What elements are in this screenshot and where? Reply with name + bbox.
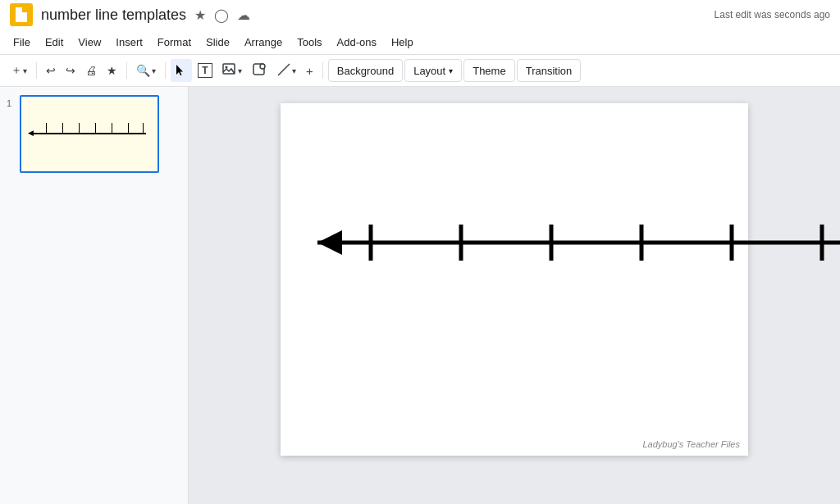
text-box-button[interactable]: T (194, 59, 217, 82)
menu-format[interactable]: Format (151, 34, 198, 51)
layout-button[interactable]: Layout ▾ (404, 59, 462, 82)
print-icon: 🖨 (85, 64, 97, 77)
thumb-tick-5 (112, 123, 112, 134)
thumb-tick-3 (79, 123, 80, 134)
menu-file[interactable]: File (7, 34, 37, 51)
star-icon[interactable]: ★ (194, 7, 206, 23)
undo-button[interactable]: ↩ (42, 59, 60, 82)
print-button[interactable]: 🖨 (81, 59, 101, 82)
comment-button[interactable]: + (302, 59, 317, 82)
svg-point-4 (260, 64, 265, 69)
redo-icon: ↪ (66, 64, 75, 77)
title-bar: number line templates ★ ◯ ☁ Last edit wa… (0, 0, 840, 30)
menu-insert[interactable]: Insert (109, 34, 149, 51)
watermark: Ladybug's Teacher Files (643, 439, 741, 449)
toolbar-divider-3 (165, 62, 166, 79)
undo-icon: ↩ (46, 64, 56, 77)
paint-format-button[interactable]: ★ (103, 59, 121, 82)
menu-tools[interactable]: Tools (290, 34, 328, 51)
slide-number-1: 1 (7, 98, 15, 108)
left-arrow (317, 230, 342, 255)
slide-item-1[interactable]: 1 ◀ (7, 95, 181, 173)
select-tool-button[interactable] (171, 59, 192, 82)
document-title[interactable]: number line templates (41, 7, 186, 24)
menu-addons[interactable]: Add-ons (331, 34, 383, 51)
drive-icon[interactable]: ◯ (214, 7, 229, 23)
slide-thumbnail-1[interactable]: ◀ (20, 95, 159, 173)
layout-chevron: ▾ (449, 66, 453, 75)
transition-button[interactable]: Transition (517, 59, 582, 82)
line-button[interactable]: ▾ (272, 59, 300, 82)
image-button[interactable]: ▾ (218, 59, 246, 82)
thumb-line (33, 133, 146, 134)
toolbar: ＋ ▾ ↩ ↪ 🖨 ★ 🔍 ▾ T (0, 54, 840, 87)
svg-line-5 (278, 64, 290, 75)
menu-view[interactable]: View (71, 34, 107, 51)
toolbar-divider-1 (36, 62, 37, 79)
svg-marker-0 (176, 65, 183, 75)
image-icon (222, 63, 237, 79)
thumb-tick-6 (128, 123, 129, 134)
add-icon: ＋ (11, 63, 22, 78)
cursor-icon (175, 64, 188, 77)
shape-icon (252, 62, 267, 79)
text-box-icon: T (198, 63, 212, 78)
zoom-chevron: ▾ (152, 66, 156, 75)
menu-edit[interactable]: Edit (39, 34, 70, 51)
toolbar-divider-4 (322, 62, 323, 79)
add-chevron: ▾ (23, 66, 27, 75)
thumb-tick-7 (143, 123, 144, 134)
theme-button[interactable]: Theme (463, 59, 514, 82)
comment-icon: + (306, 64, 313, 78)
thumb-tick-4 (95, 123, 96, 134)
slide-panel: 1 ◀ (0, 87, 189, 504)
image-chevron: ▾ (238, 66, 242, 75)
number-line-svg (272, 210, 840, 275)
paint-format-icon: ★ (107, 64, 117, 77)
slide-canvas[interactable]: Ladybug's Teacher Files (281, 103, 748, 456)
toolbar-divider-2 (126, 62, 127, 79)
menu-help[interactable]: Help (385, 34, 420, 51)
menu-slide[interactable]: Slide (199, 34, 236, 51)
cloud-icon[interactable]: ☁ (237, 7, 250, 23)
shape-button[interactable] (248, 59, 271, 82)
line-chevron: ▾ (292, 66, 296, 75)
line-icon (276, 62, 291, 79)
add-button[interactable]: ＋ ▾ (7, 59, 31, 82)
redo-button[interactable]: ↪ (62, 59, 80, 82)
app-logo-inner (16, 7, 27, 22)
thumb-tick-2 (62, 123, 63, 134)
layout-label: Layout (413, 65, 445, 77)
menu-bar: File Edit View Insert Format Slide Arran… (0, 30, 840, 54)
app-logo (10, 3, 33, 26)
thumb-arrow: ◀ (28, 129, 34, 137)
zoom-button[interactable]: 🔍 ▾ (132, 59, 160, 82)
menu-arrange[interactable]: Arrange (238, 34, 289, 51)
main-area: 1 ◀ (0, 87, 840, 504)
thumb-tick-1 (46, 123, 47, 134)
background-button[interactable]: Background (328, 59, 403, 82)
canvas-area[interactable]: Ladybug's Teacher Files (189, 87, 840, 504)
zoom-icon: 🔍 (136, 64, 150, 77)
last-edit-status: Last edit was seconds ago (714, 9, 830, 20)
